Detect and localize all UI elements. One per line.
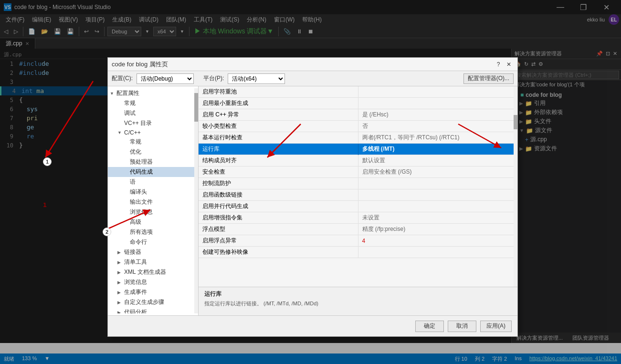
prop-row-5-selected[interactable]: 运行库 多线程 (/MT): [199, 144, 517, 155]
tree-item-advanced[interactable]: 高级: [108, 217, 194, 227]
config-manager-button[interactable]: 配置管理器(O)...: [463, 73, 514, 84]
dialog-description: 运行库 指定运行库以进行链接。 (/MT, /MTd, /MD, /MDd): [199, 287, 517, 315]
prop-name-8: 控制流防护: [199, 178, 358, 189]
custom-build-expand-icon: ▶: [117, 300, 123, 305]
prop-row-12[interactable]: 浮点模型 精度 (/fp:precise): [199, 224, 517, 235]
prop-row-10[interactable]: 启用并行代码生成: [199, 201, 517, 212]
dialog-body: ▼ 配置属性 常规 调试 VC++: [108, 86, 517, 315]
dialog-controls: ? ✕: [494, 60, 514, 69]
tree-item-browse-info-2[interactable]: ▶ 浏览信息: [108, 277, 194, 287]
tree-scrollbar[interactable]: [194, 88, 198, 313]
dialog-title: code for blog 属性页: [112, 60, 168, 69]
browse-info-2-expand-icon: ▶: [117, 280, 123, 285]
prop-name-9: 启用函数级链接: [199, 189, 358, 201]
prop-value-13: 4: [358, 235, 517, 247]
prop-name-4: 基本运行时检查: [199, 132, 358, 144]
prop-value-7: 启用安全检查 (/GS): [358, 166, 517, 178]
tree-item-language[interactable]: 语: [108, 177, 194, 187]
ok-button[interactable]: 确定: [415, 321, 444, 332]
tree-item-general[interactable]: 常规: [108, 98, 194, 108]
prop-value-11: 未设置: [358, 212, 517, 224]
prop-name-7: 安全检查: [199, 166, 358, 178]
prop-row-6[interactable]: 结构成员对齐 默认设置: [199, 155, 517, 166]
prop-name-5: 运行库: [199, 144, 358, 155]
tree-item-output-files[interactable]: 输出文件: [108, 197, 194, 207]
prop-row-13[interactable]: 启用浮点异常 4: [199, 235, 517, 247]
tree-item-xml-gen[interactable]: ▶ XML 文档生成器: [108, 267, 194, 277]
tree-item-linker[interactable]: ▶ 链接器: [108, 247, 194, 257]
prop-row-2[interactable]: 启用 C++ 异常 是 (/EHsc): [199, 109, 517, 121]
prop-row-11[interactable]: 启用增强指令集 未设置: [199, 212, 517, 224]
prop-row-14[interactable]: 创建可热修补映像: [199, 247, 517, 258]
dialog-help-button[interactable]: ?: [494, 60, 503, 69]
tree-item-cpp-general[interactable]: 常规: [108, 137, 194, 147]
prop-name-1: 启用最小重新生成: [199, 98, 358, 109]
prop-value-14: [358, 247, 517, 258]
prop-name-3: 较小类型检查: [199, 121, 358, 132]
tree-item-optimize[interactable]: 优化: [108, 147, 194, 157]
config-label: 配置(C):: [112, 74, 133, 83]
cpp-expand-icon: ▼: [117, 130, 123, 135]
svg-line-0: [45, 81, 93, 157]
platform-select-dialog[interactable]: 活动(x64) x86: [228, 73, 285, 84]
prop-name-2: 启用 C++ 异常: [199, 109, 358, 121]
prop-value-4: 两者(/RTC1，等同于 /RTCsu) (/RTC1): [358, 132, 517, 144]
props-scrollbar[interactable]: [514, 86, 517, 287]
dialog-close-button[interactable]: ✕: [504, 60, 514, 69]
apply-button[interactable]: 应用(A): [480, 321, 512, 332]
cancel-button[interactable]: 取消: [448, 321, 476, 332]
props-scroll-area[interactable]: 启用字符重池 启用最小重新生成 启用 C++ 异常 是 (/EHsc): [199, 86, 517, 287]
tree-item-debug[interactable]: 调试: [108, 108, 194, 118]
prop-value-5: 多线程 (/MT): [358, 144, 517, 155]
tree-item-cmdline[interactable]: 命令行: [108, 237, 194, 247]
prop-row-9[interactable]: 启用函数级链接: [199, 189, 517, 201]
tree-item-custom-build[interactable]: ▶ 自定义生成步骤: [108, 297, 194, 307]
desc-title: 运行库: [204, 290, 512, 298]
prop-value-1: [358, 98, 517, 109]
prop-value-3: 否: [358, 121, 517, 132]
dialog-tree-panel: ▼ 配置属性 常规 调试 VC++: [108, 86, 199, 315]
tree-item-all-options[interactable]: 所有选项: [108, 227, 194, 237]
tree-item-preprocessor[interactable]: 预处理器: [108, 157, 194, 167]
prop-value-2: 是 (/EHsc): [358, 109, 517, 121]
tree-item-cpp[interactable]: ▼ C/C++: [108, 128, 194, 137]
build-events-expand-icon: ▶: [117, 290, 123, 295]
tree-item-precompiled-header[interactable]: 编译头: [108, 187, 194, 197]
tree-item-manifest-tool[interactable]: ▶ 清单工具: [108, 257, 194, 267]
dialog-overlay: code for blog 属性页 ? ✕ 配置(C): 活动(Debug) R…: [0, 0, 621, 364]
prop-value-9: [358, 189, 517, 201]
prop-name-0: 启用字符重池: [199, 86, 358, 98]
tree-item-browse-info[interactable]: 浏览信息: [108, 207, 194, 217]
dialog-footer: 确定 取消 应用(A): [108, 315, 517, 336]
prop-row-1[interactable]: 启用最小重新生成: [199, 98, 517, 109]
tree-item-vc-dir[interactable]: VC++ 目录: [108, 118, 194, 128]
config-props-expand-icon: ▼: [110, 91, 116, 96]
tree-item-build-events[interactable]: ▶ 生成事件: [108, 287, 194, 297]
dialog-titlebar: code for blog 属性页 ? ✕: [108, 58, 517, 71]
prop-value-12: 精度 (/fp:precise): [358, 224, 517, 235]
num-label-2: 2: [103, 228, 111, 236]
prop-row-7[interactable]: 安全检查 启用安全检查 (/GS): [199, 166, 517, 178]
prop-row-3[interactable]: 较小类型检查 否: [199, 121, 517, 132]
tree-item-code-analysis[interactable]: ▶ 代码分析: [108, 307, 194, 313]
desc-text: 指定运行库以进行链接。 (/MT, /MTd, /MD, /MDd): [204, 300, 512, 307]
props-area: 启用字符重池 启用最小重新生成 启用 C++ 异常 是 (/EHsc): [199, 86, 517, 315]
prop-value-8: [358, 178, 517, 189]
prop-row-4[interactable]: 基本运行时检查 两者(/RTC1，等同于 /RTCsu) (/RTC1): [199, 132, 517, 144]
code-analysis-expand-icon: ▶: [117, 310, 123, 314]
tree-scrollbar-thumb: [194, 93, 198, 122]
dialog-tree-scroll[interactable]: ▼ 配置属性 常规 调试 VC++: [108, 88, 194, 313]
config-select-dialog[interactable]: 活动(Debug) Release: [137, 73, 194, 84]
manifest-expand-icon: ▶: [117, 260, 123, 265]
prop-name-13: 启用浮点异常: [199, 235, 358, 247]
tree-item-config-props[interactable]: ▼ 配置属性: [108, 88, 194, 98]
prop-name-12: 浮点模型: [199, 224, 358, 235]
platform-label: 平台(P):: [203, 74, 224, 83]
prop-row-8[interactable]: 控制流防护: [199, 178, 517, 189]
prop-value-0: [358, 86, 517, 98]
tree-item-code-gen[interactable]: 代码生成: [108, 167, 194, 177]
prop-name-6: 结构成员对齐: [199, 155, 358, 166]
props-table: 启用字符重池 启用最小重新生成 启用 C++ 异常 是 (/EHsc): [199, 86, 517, 258]
prop-row-0[interactable]: 启用字符重池: [199, 86, 517, 98]
prop-value-10: [358, 201, 517, 212]
